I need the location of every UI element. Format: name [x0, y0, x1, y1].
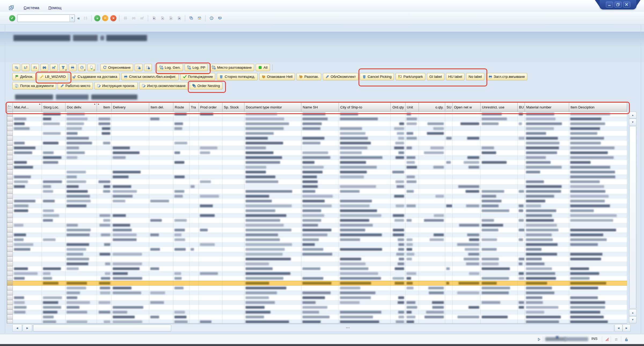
row-selector[interactable] — [7, 281, 13, 285]
създаване-на-доставка-button[interactable]: Създаване на доставка — [70, 73, 120, 80]
инстр-окомплектоване-button[interactable]: Инстр.окомплектоване — [139, 82, 188, 89]
row-selector[interactable] — [7, 237, 13, 242]
table-row[interactable] — [7, 315, 627, 319]
column-header-mat-avl[interactable]: Mat.Avl...▲ — [13, 103, 42, 112]
table-row[interactable] — [7, 223, 627, 228]
table-row[interactable] — [7, 194, 627, 199]
row-selector[interactable] — [7, 160, 13, 165]
table-row[interactable] — [7, 257, 627, 261]
first-page-icon[interactable] — [151, 15, 157, 21]
log-pp-button[interactable]: Log. PP — [185, 64, 208, 71]
scroll-up-bottom-icon[interactable]: ▲ — [629, 309, 636, 316]
restore-button[interactable] — [614, 2, 622, 8]
find-button[interactable] — [41, 64, 48, 71]
загл-стр-вмъкване-button[interactable]: Загл.стр.вмъкване — [486, 73, 527, 80]
row-selector[interactable] — [7, 199, 13, 203]
row-selector[interactable] — [7, 242, 13, 247]
print-icon[interactable] — [122, 15, 129, 21]
close-button[interactable] — [623, 2, 630, 8]
row-selector[interactable] — [7, 179, 13, 184]
table-row[interactable] — [7, 184, 627, 189]
create-shortcut-icon[interactable] — [196, 15, 203, 21]
потвърждение-button[interactable]: Потвърждение — [180, 73, 215, 80]
find-icon[interactable] — [130, 15, 137, 21]
column-header-unit[interactable]: Unit — [405, 103, 419, 112]
column-header-ord-qty[interactable]: Ord.qty — [391, 103, 405, 112]
table-row[interactable] — [7, 242, 627, 247]
column-header-unrestrict-use[interactable]: Unrestrict. use — [481, 103, 518, 112]
row-selector[interactable] — [7, 203, 13, 208]
инструкция-произв-button[interactable]: Инструкция произв. — [94, 82, 138, 89]
column-header-su[interactable]: SU — [445, 103, 453, 112]
row-selector[interactable] — [7, 257, 13, 261]
scroll-left-icon[interactable]: ◀ — [12, 324, 22, 332]
списък-окомпл-бел-конфиг-button[interactable]: Списък окомпл./бел.конфиг. — [121, 73, 178, 80]
table-row[interactable] — [7, 121, 627, 126]
all-button[interactable]: All — [256, 64, 270, 71]
column-header-document-type-monitor[interactable]: Document type monitor — [244, 103, 301, 112]
vertical-scroll-thumb[interactable] — [629, 126, 636, 309]
row-selector[interactable] — [7, 194, 13, 199]
row-selector[interactable] — [7, 126, 13, 131]
table-row[interactable] — [7, 170, 627, 174]
no-label-button[interactable]: No label — [466, 73, 484, 80]
save-icon[interactable] — [82, 15, 89, 21]
find-next-icon[interactable] — [139, 15, 145, 21]
unlock-icon[interactable] — [623, 336, 630, 343]
column-header-tra[interactable]: Tra — [189, 103, 199, 112]
scroll-down-bottom-icon[interactable]: ▼ — [629, 316, 636, 323]
table-row[interactable] — [7, 261, 627, 266]
row-selector[interactable] — [7, 252, 13, 257]
scroll-up-icon[interactable]: ▲ — [629, 112, 636, 119]
table-row[interactable] — [7, 160, 627, 165]
table-row[interactable] — [7, 305, 627, 310]
сторно-потвържд-button[interactable]: Сторно потвържд. — [217, 73, 258, 80]
column-header-item[interactable]: Item▲ — [97, 103, 112, 112]
table-row[interactable] — [7, 165, 627, 170]
row-selector[interactable] — [7, 165, 13, 170]
table-row[interactable] — [7, 218, 627, 223]
row-selector[interactable] — [7, 155, 13, 160]
menu-help[interactable]: Помощ — [48, 6, 61, 10]
hu-label-button[interactable]: HU label — [446, 73, 465, 80]
table-row[interactable] — [7, 189, 627, 194]
table-row[interactable] — [7, 174, 627, 179]
table-row[interactable] — [7, 136, 627, 141]
menu-system[interactable]: Система — [24, 6, 39, 10]
поток-на-документи-button[interactable]: Поток на документи — [12, 82, 56, 89]
деблок-button[interactable]: Деблок. — [12, 73, 36, 80]
row-selector[interactable] — [7, 136, 13, 141]
enter-icon[interactable]: ✓ — [9, 15, 15, 21]
table-row[interactable] — [7, 150, 627, 155]
row-selector[interactable] — [7, 121, 13, 126]
table-row[interactable] — [7, 112, 627, 116]
system-menu-icon[interactable] — [8, 5, 14, 11]
column-header-o-qty[interactable]: o.qty. — [419, 103, 445, 112]
continue-icon[interactable] — [536, 336, 542, 343]
column-header-bu[interactable]: BU — [518, 103, 525, 112]
column-header-name-sh[interactable]: Name SH — [301, 103, 339, 112]
table-row[interactable] — [7, 271, 627, 276]
table-row[interactable] — [7, 232, 627, 237]
разопак-button[interactable]: Разопак. — [297, 73, 321, 80]
column-header-item-del[interactable]: Item del. — [149, 103, 173, 112]
row-selector[interactable] — [7, 261, 13, 266]
table-row[interactable] — [7, 116, 627, 121]
table-row[interactable] — [7, 295, 627, 300]
table-row[interactable] — [7, 131, 627, 136]
table-row[interactable] — [7, 276, 627, 281]
table-row[interactable] — [7, 126, 627, 131]
print-grid-button[interactable] — [69, 64, 76, 71]
row-selector[interactable] — [7, 184, 13, 189]
опресняване-button[interactable]: Опресняване — [100, 64, 133, 71]
column-header-doc-deliv[interactable]: Doc deliv.▲ — [65, 103, 97, 112]
minimize-button[interactable] — [606, 2, 613, 8]
table-row[interactable] — [7, 179, 627, 184]
insert-mode-indicator[interactable]: INS — [591, 337, 598, 341]
horizontal-scroll-thumb[interactable] — [33, 325, 171, 332]
scroll-right-end-icon[interactable]: ▶ — [623, 324, 631, 332]
table-row[interactable] — [7, 266, 627, 271]
views-button[interactable] — [78, 64, 86, 71]
cancel-icon[interactable]: × — [110, 15, 116, 21]
performance-icon[interactable] — [604, 336, 610, 343]
